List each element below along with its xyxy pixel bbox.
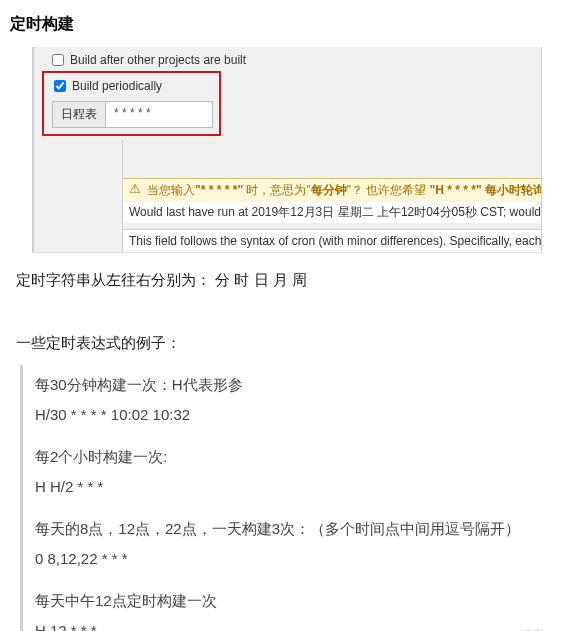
schedule-input[interactable]: * * * * * xyxy=(106,101,213,128)
build-periodically-label: Build periodically xyxy=(72,79,162,93)
schedule-detail-area: ⚠ 当您输入"* * * * *" 时，意思为"每分钟"？ 也许您希望 "H *… xyxy=(122,140,541,252)
example-1-desc: 每30分钟构建一次：H代表形参 xyxy=(35,373,555,397)
build-after-checkbox[interactable] xyxy=(52,54,64,66)
examples-block: 每30分钟构建一次：H代表形参 H/30 * * * * 10:02 10:32… xyxy=(20,365,555,631)
example-2: 每2个小时构建一次: H H/2 * * * xyxy=(35,445,555,499)
build-after-option[interactable]: Build after other projects are built xyxy=(34,51,541,69)
example-1-expr: H/30 * * * * 10:02 10:32 xyxy=(35,403,555,427)
watermark: https://blog.csdn.ne@51CTO博客 xyxy=(351,627,545,631)
cron-warning: ⚠ 当您输入"* * * * *" 时，意思为"每分钟"？ 也许您希望 "H *… xyxy=(123,178,541,202)
example-2-desc: 每2个小时构建一次: xyxy=(35,445,555,469)
warning-text: 当您输入"* * * * *" 时，意思为"每分钟"？ 也许您希望 "H * *… xyxy=(147,182,542,199)
example-4-desc: 每天中午12点定时构建一次 xyxy=(35,589,555,613)
build-after-label: Build after other projects are built xyxy=(70,53,246,67)
example-3-desc: 每天的8点，12点，22点，一天构建3次：（多个时间点中间用逗号隔开） xyxy=(35,517,555,541)
last-run-info: Would last have run at 2019年12月3日 星期二 上午… xyxy=(123,202,541,223)
example-1: 每30分钟构建一次：H代表形参 H/30 * * * * 10:02 10:32 xyxy=(35,373,555,427)
example-3-expr: 0 8,12,22 * * * xyxy=(35,547,555,571)
example-2-expr: H H/2 * * * xyxy=(35,475,555,499)
examples-heading: 一些定时表达式的例子： xyxy=(16,334,555,353)
example-3: 每天的8点，12点，22点，一天构建3次：（多个时间点中间用逗号隔开） 0 8,… xyxy=(35,517,555,571)
jenkins-config-snippet: Build after other projects are built Bui… xyxy=(32,47,542,253)
schedule-label: 日程表 xyxy=(52,101,106,128)
schedule-row: 日程表 * * * * * xyxy=(52,101,213,128)
warning-icon: ⚠ xyxy=(129,182,141,195)
build-periodically-checkbox[interactable] xyxy=(54,80,66,92)
example-4: 每天中午12点定时构建一次 H 12 * * * xyxy=(35,589,555,631)
cron-order-text: 定时字符串从左往右分别为： 分 时 日 月 周 xyxy=(16,271,555,290)
build-periodically-option[interactable]: Build periodically xyxy=(52,77,213,95)
highlight-frame: Build periodically 日程表 * * * * * xyxy=(42,71,221,136)
page-title: 定时构建 xyxy=(10,14,555,35)
cron-help-text: This field follows the syntax of cron (w… xyxy=(123,229,541,252)
